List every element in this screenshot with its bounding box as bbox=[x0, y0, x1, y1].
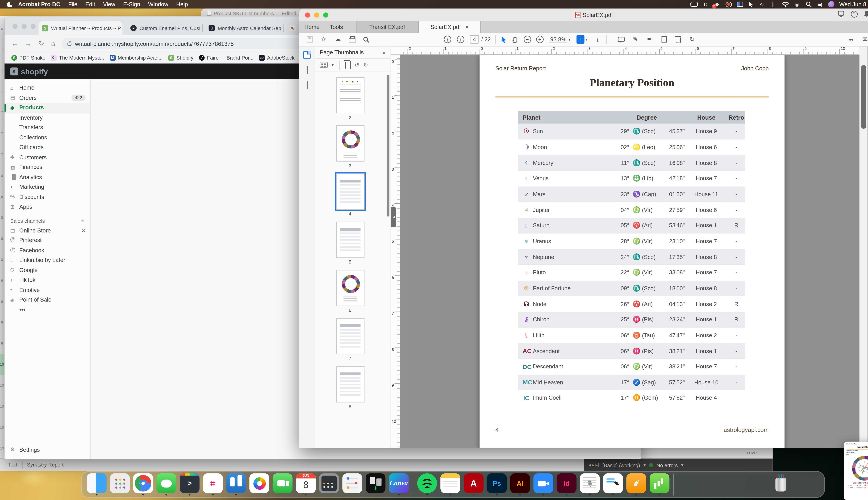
select-tool-icon[interactable] bbox=[500, 35, 507, 43]
reload-icon[interactable]: ↻ bbox=[38, 40, 44, 48]
options-caret-icon[interactable]: ▾ bbox=[332, 63, 333, 67]
dock-app-icon[interactable]: JUN 8 bbox=[296, 474, 316, 493]
sidebar-nav-item[interactable]: % Discounts bbox=[4, 192, 90, 202]
sidebar-nav-item[interactable]: Collections bbox=[4, 132, 90, 142]
screen-record-icon[interactable] bbox=[725, 1, 732, 7]
collapse-panel-handle[interactable]: ◂ bbox=[391, 207, 396, 227]
dock-app-icon[interactable] bbox=[157, 474, 176, 493]
dock-item[interactable]: ✒ bbox=[601, 474, 625, 496]
dock-item[interactable] bbox=[364, 474, 387, 496]
organize-pages-icon[interactable] bbox=[660, 35, 668, 43]
dock-item[interactable]: JUN 8 bbox=[294, 474, 318, 496]
page-thumbnail[interactable]: 7 bbox=[335, 318, 365, 361]
dock-item[interactable] bbox=[532, 474, 555, 496]
sidebar-nav-item[interactable]: ◉ Customers bbox=[4, 152, 90, 162]
comment-note-icon[interactable] bbox=[617, 35, 625, 43]
fit-caret-icon[interactable]: ▾ bbox=[585, 37, 587, 42]
dock-item[interactable] bbox=[676, 474, 700, 496]
sidebar-nav-item[interactable]: Inventory bbox=[4, 113, 90, 122]
page-down-icon[interactable]: ↓ bbox=[457, 36, 464, 43]
extract-pages-icon[interactable] bbox=[350, 62, 351, 68]
dock-app-icon[interactable]: ✎ bbox=[580, 474, 599, 493]
dock-item[interactable]: A bbox=[462, 474, 485, 496]
chrome-traffic-lights[interactable] bbox=[12, 24, 36, 29]
add-channel-icon[interactable]: + bbox=[81, 218, 84, 224]
page-thumbnail[interactable]: 8 bbox=[335, 366, 365, 409]
sidebar-nav-item[interactable]: Transfers bbox=[4, 122, 90, 132]
dock-item[interactable] bbox=[415, 474, 439, 496]
sales-channel-item[interactable]: ▤ Online Store ⊙ bbox=[4, 225, 90, 235]
dock-app-icon[interactable] bbox=[319, 474, 339, 493]
dock-app-icon[interactable] bbox=[110, 474, 130, 493]
dock-app-icon[interactable] bbox=[342, 474, 362, 493]
pointer-icon[interactable] bbox=[748, 1, 754, 8]
dock-item[interactable]: Id bbox=[555, 474, 578, 496]
dock-item[interactable]: Ps bbox=[485, 474, 509, 496]
dock-item[interactable] bbox=[248, 474, 271, 496]
dock-app-icon[interactable]: Canva bbox=[389, 474, 409, 493]
dock-app-icon[interactable]: ✐ bbox=[626, 474, 646, 493]
page-thumbnail[interactable]: 5 bbox=[335, 222, 365, 265]
zoom-in-icon[interactable]: + bbox=[536, 36, 544, 43]
tab-home[interactable]: Home bbox=[299, 21, 324, 33]
bookmarks-icon[interactable] bbox=[306, 67, 308, 73]
dock-app-icon[interactable] bbox=[226, 474, 246, 493]
dock-item[interactable]: ✐ bbox=[625, 474, 648, 496]
dock-app-icon[interactable] bbox=[87, 474, 106, 493]
dropbox-icon[interactable]: ❖2 bbox=[714, 1, 720, 8]
rotate-ccw-icon[interactable]: ↺ bbox=[354, 62, 359, 68]
cloud-upload-icon[interactable]: ☁ bbox=[334, 35, 342, 43]
d-app-icon[interactable]: D bbox=[703, 1, 709, 8]
dock-app-icon[interactable] bbox=[650, 474, 670, 493]
document-scrollbar[interactable] bbox=[859, 55, 867, 448]
display-icon[interactable] bbox=[690, 2, 698, 7]
dock-app-icon[interactable]: > bbox=[180, 474, 199, 493]
sidebar-item-settings[interactable]: ⚙ Settings bbox=[4, 445, 91, 455]
panel-scrollbar[interactable] bbox=[387, 75, 389, 216]
sales-channel-item[interactable]: ◈ Point of Sale bbox=[4, 295, 90, 305]
dock-item[interactable] bbox=[271, 474, 294, 496]
home-icon[interactable]: ⌂ bbox=[51, 40, 55, 48]
transport-controls[interactable]: ◂ ▸ ▸| bbox=[588, 463, 599, 467]
wave-icon[interactable]: ∿ bbox=[759, 1, 765, 8]
bookmark-item[interactable]: S PDF Snake bbox=[11, 55, 45, 60]
tab-tools[interactable]: Tools bbox=[324, 21, 348, 33]
star-icon[interactable]: ☆ bbox=[320, 35, 328, 43]
bookmark-item[interactable]: f Faire — Brand Por... bbox=[199, 55, 254, 60]
chrome-tab-1[interactable]: S Writual Planner ~ Products ~ P × bbox=[38, 21, 122, 35]
attachments-icon[interactable] bbox=[306, 82, 308, 88]
menu-item[interactable]: File bbox=[68, 1, 77, 8]
sales-channel-item[interactable]: Ⓕ Facebook bbox=[4, 245, 90, 255]
dock-item[interactable] bbox=[769, 474, 792, 496]
forward-icon[interactable]: → bbox=[25, 40, 32, 48]
tab-close-icon[interactable]: × bbox=[121, 25, 122, 31]
dock-item[interactable]: ✎ bbox=[578, 474, 602, 496]
thumbnail-options-icon[interactable] bbox=[320, 62, 328, 68]
document-area[interactable]: Solar Return Report John Cobb Planetary … bbox=[400, 55, 859, 448]
page-thumbnail[interactable]: 4 bbox=[335, 173, 365, 216]
dock-app-icon[interactable] bbox=[748, 474, 767, 493]
dock-app-icon[interactable] bbox=[678, 474, 698, 493]
delete-pages-icon[interactable] bbox=[674, 35, 682, 43]
siri-icon[interactable] bbox=[828, 1, 834, 8]
menu-item[interactable]: Window bbox=[148, 1, 168, 8]
dock-app-icon[interactable] bbox=[417, 474, 437, 493]
dock-app-icon[interactable] bbox=[771, 474, 791, 493]
panel-close-icon[interactable]: × bbox=[382, 49, 386, 56]
sidebar-nav-item[interactable]: ▦ Finances bbox=[4, 162, 90, 172]
apple-menu-icon[interactable] bbox=[7, 1, 12, 7]
rotate-cw-icon[interactable]: ↻ bbox=[363, 62, 368, 68]
scrollbar-thumb[interactable] bbox=[861, 65, 866, 129]
hand-tool-icon[interactable] bbox=[512, 35, 518, 43]
active-app-name[interactable]: Acrobat Pro DC bbox=[18, 1, 60, 8]
email-icon[interactable]: ✉ bbox=[861, 35, 868, 43]
bluetooth-icon[interactable]: ᛒ bbox=[770, 1, 776, 8]
sales-channel-item[interactable]: ♪ TikTok bbox=[4, 275, 90, 285]
delete-page-icon[interactable] bbox=[344, 62, 346, 68]
dock-item[interactable] bbox=[341, 474, 364, 496]
refresh-icon[interactable]: ↻ bbox=[688, 35, 696, 43]
dock-item[interactable] bbox=[132, 474, 155, 496]
dock-app-icon[interactable] bbox=[441, 474, 460, 493]
account-icon[interactable]: ◎ bbox=[794, 1, 800, 8]
sidebar-nav-item[interactable]: Gift cards bbox=[4, 143, 90, 152]
